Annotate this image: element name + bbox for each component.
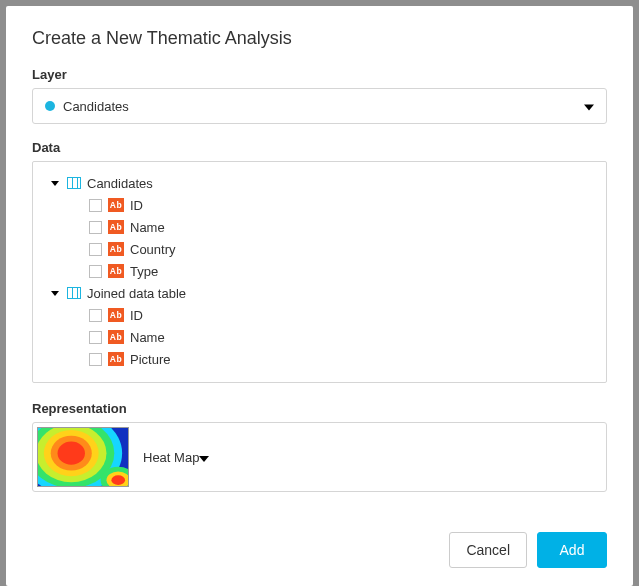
dialog-footer: Cancel Add [32,532,607,568]
field-label: Type [130,264,158,279]
layer-dropdown-value: Candidates [63,99,129,114]
text-field-icon: Ab [108,308,124,322]
text-field-icon: Ab [108,198,124,212]
representation-section-label: Representation [32,401,607,416]
expander-icon [51,291,59,296]
tree-leaf: Ab ID [45,304,594,326]
table-icon [67,177,81,189]
tree-node-joined-data-table[interactable]: Joined data table [45,282,594,304]
field-label: Name [130,330,165,345]
text-field-icon: Ab [108,242,124,256]
chevron-down-icon [199,450,209,465]
text-field-icon: Ab [108,264,124,278]
layer-color-swatch-icon [45,101,55,111]
dialog-title: Create a New Thematic Analysis [32,28,607,49]
tree-node-label: Joined data table [87,286,186,301]
tree-leaf: Ab ID [45,194,594,216]
tree-leaf: Ab Name [45,216,594,238]
tree-leaf: Ab Type [45,260,594,282]
expander-icon [51,181,59,186]
chevron-down-icon [584,99,594,114]
field-checkbox[interactable] [89,353,102,366]
cancel-button[interactable]: Cancel [449,532,527,568]
field-checkbox[interactable] [89,243,102,256]
text-field-icon: Ab [108,352,124,366]
tree-node-label: Candidates [87,176,153,191]
field-label: ID [130,308,143,323]
field-checkbox[interactable] [89,265,102,278]
field-checkbox[interactable] [89,331,102,344]
data-section-label: Data [32,140,607,155]
field-label: Name [130,220,165,235]
svg-point-6 [58,442,85,465]
field-label: Picture [130,352,170,367]
data-field-tree: Candidates Ab ID Ab Name Ab Country Ab T… [32,161,607,383]
add-button[interactable]: Add [537,532,607,568]
heatmap-thumbnail-icon [37,427,129,487]
representation-dropdown-value: Heat Map [143,450,199,465]
tree-node-candidates[interactable]: Candidates [45,172,594,194]
field-label: ID [130,198,143,213]
tree-leaf: Ab Picture [45,348,594,370]
thematic-analysis-dialog: Create a New Thematic Analysis Layer Can… [6,6,633,586]
field-checkbox[interactable] [89,309,102,322]
field-checkbox[interactable] [89,199,102,212]
layer-dropdown[interactable]: Candidates [32,88,607,124]
text-field-icon: Ab [108,220,124,234]
tree-leaf: Ab Name [45,326,594,348]
svg-point-9 [111,475,125,485]
layer-section-label: Layer [32,67,607,82]
field-label: Country [130,242,176,257]
field-checkbox[interactable] [89,221,102,234]
representation-dropdown[interactable]: Heat Map [32,422,607,492]
text-field-icon: Ab [108,330,124,344]
table-icon [67,287,81,299]
tree-leaf: Ab Country [45,238,594,260]
